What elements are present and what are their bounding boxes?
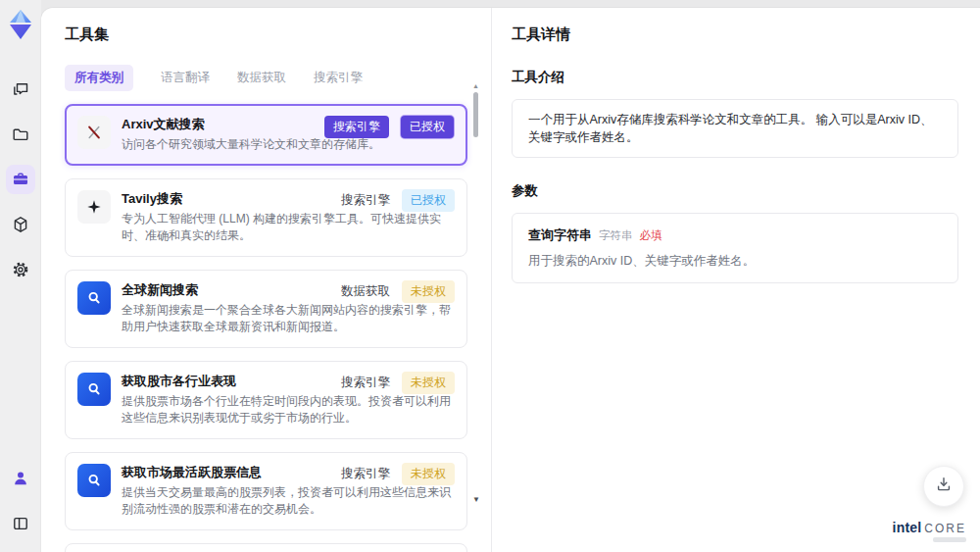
scroll-down-arrow[interactable]: ▼ bbox=[472, 496, 480, 504]
tool-card[interactable]: 获取市场最活跃股票信息 提供当天交易量最高的股票列表，投资者可以利用这些信息来识… bbox=[65, 452, 467, 530]
params-heading: 参数 bbox=[512, 182, 958, 200]
param-description: 用于搜索的Arxiv ID、关键字或作者姓名。 bbox=[528, 253, 942, 270]
brand-core-text: CORE bbox=[924, 522, 966, 535]
tool-category-badge: 数据获取 bbox=[341, 280, 390, 303]
tool-intro-text: 一个用于从Arxiv存储库搜索科学论文和文章的工具。 输入可以是Arxiv ID… bbox=[528, 113, 933, 144]
main-surface: 工具集 所有类别语言翻译数据获取搜索引擎 Arxiv文献搜索 访问各个研究领域大… bbox=[41, 8, 980, 552]
toolbox-icon bbox=[11, 170, 30, 189]
sidebar-item-tools[interactable] bbox=[6, 165, 35, 194]
download-icon bbox=[934, 475, 954, 498]
category-tab-0[interactable]: 所有类别 bbox=[65, 65, 133, 91]
param-name: 查询字符串 bbox=[528, 226, 592, 244]
sparkle-icon bbox=[77, 190, 111, 224]
arxiv-icon bbox=[77, 116, 111, 149]
tool-auth-badge: 已授权 bbox=[401, 116, 454, 138]
download-button[interactable] bbox=[923, 466, 964, 507]
tool-auth-badge: 未授权 bbox=[402, 463, 455, 485]
tools-pane: 工具集 所有类别语言翻译数据获取搜索引擎 Arxiv文献搜索 访问各个研究领域大… bbox=[41, 8, 492, 552]
tool-description: 提供股票市场各个行业在特定时间段内的表现。投资者可以利用这些信息来识别表现优于或… bbox=[122, 393, 453, 427]
sidebar-item-packages[interactable] bbox=[6, 210, 35, 239]
tool-card[interactable]: Tavily搜索 专为人工智能代理 (LLM) 构建的搜索引擎工具。可快速提供实… bbox=[65, 178, 467, 257]
chat-icon bbox=[11, 79, 30, 99]
tool-auth-badge: 已授权 bbox=[402, 189, 455, 212]
tool-list: Arxiv文献搜索 访问各个研究领域大量科学论文和文章的存储库。 搜索引擎 已授… bbox=[65, 104, 467, 552]
tool-auth-badge: 未授权 bbox=[402, 280, 455, 303]
param-type: 字符串 bbox=[599, 228, 633, 243]
param-head: 查询字符串 字符串 必填 bbox=[528, 226, 942, 244]
folder-icon bbox=[11, 125, 30, 144]
tool-badges: 搜索引擎 已授权 bbox=[341, 189, 455, 212]
category-tabs: 所有类别语言翻译数据获取搜索引擎 bbox=[65, 65, 467, 91]
tool-description: 全球新闻搜索是一个聚合全球各大新闻网站内容的搜索引擎，帮助用户快速获取全球最新资… bbox=[122, 302, 453, 336]
tool-badges: 搜索引擎 未授权 bbox=[341, 372, 455, 394]
panel-toggle-icon bbox=[11, 514, 30, 533]
tool-badges: 搜索引擎 已授权 bbox=[324, 116, 454, 138]
brand-intel-text: intel bbox=[893, 520, 922, 535]
sidebar-item-chat[interactable] bbox=[6, 75, 35, 104]
news-search-icon bbox=[77, 373, 111, 406]
sidebar-item-settings[interactable] bbox=[6, 255, 35, 284]
tool-category-badge: 搜索引擎 bbox=[341, 189, 390, 212]
gear-icon bbox=[11, 260, 30, 279]
tool-description: 专为人工智能代理 (LLM) 构建的搜索引擎工具。可快速提供实时、准确和真实的结… bbox=[122, 211, 453, 245]
detail-title: 工具详情 bbox=[512, 25, 958, 44]
intel-core-logo: intelCORE bbox=[893, 521, 966, 542]
news-search-icon bbox=[77, 281, 111, 315]
tool-category-badge: 搜索引擎 bbox=[324, 116, 389, 138]
tool-card[interactable]: Arxiv文献搜索 访问各个研究领域大量科学论文和文章的存储库。 搜索引擎 已授… bbox=[65, 104, 467, 166]
category-tab-3[interactable]: 搜索引擎 bbox=[314, 65, 363, 91]
scroll-up-arrow[interactable]: ▲ bbox=[472, 82, 479, 89]
category-tab-1[interactable]: 语言翻译 bbox=[161, 65, 210, 91]
app-window: 工具集 所有类别语言翻译数据获取搜索引擎 Arxiv文献搜索 访问各个研究领域大… bbox=[0, 0, 980, 552]
sidebar-item-files[interactable] bbox=[6, 120, 35, 149]
detail-pane: 工具详情 工具介绍 一个用于从Arxiv存储库搜索科学论文和文章的工具。 输入可… bbox=[492, 8, 980, 552]
tool-card[interactable]: 万维地区新闻查询 查询具体行政区划内的新闻，快速了解各地新闻动 搜索引擎 未授权 bbox=[65, 543, 467, 552]
tool-description: 提供当天交易量最高的股票列表，投资者可以利用这些信息来识别流动性强的股票和潜在的… bbox=[122, 484, 453, 519]
tool-description: 访问各个研究领域大量科学论文和文章的存储库。 bbox=[122, 136, 453, 154]
user-icon bbox=[11, 469, 30, 488]
tool-category-badge: 搜索引擎 bbox=[341, 463, 390, 485]
category-tab-2[interactable]: 数据获取 bbox=[237, 65, 286, 91]
tool-intro-box: 一个用于从Arxiv存储库搜索科学论文和文章的工具。 输入可以是Arxiv ID… bbox=[512, 99, 958, 158]
sidebar-item-collapse[interactable] bbox=[6, 509, 35, 538]
brand-subline bbox=[933, 537, 966, 542]
tool-auth-badge: 未授权 bbox=[402, 372, 455, 394]
package-icon bbox=[11, 215, 30, 234]
tool-category-badge: 搜索引擎 bbox=[341, 372, 390, 394]
scrollbar[interactable]: ▲ ▼ bbox=[472, 8, 479, 552]
scrollbar-thumb[interactable] bbox=[473, 92, 478, 137]
tool-badges: 数据获取 未授权 bbox=[341, 280, 455, 303]
tool-card[interactable]: 全球新闻搜索 全球新闻搜索是一个聚合全球各大新闻网站内容的搜索引擎，帮助用户快速… bbox=[65, 270, 467, 348]
news-search-icon bbox=[77, 464, 111, 497]
tool-card[interactable]: 获取股市各行业表现 提供股票市场各个行业在特定时间段内的表现。投资者可以利用这些… bbox=[65, 361, 467, 439]
page-title: 工具集 bbox=[65, 25, 467, 44]
sidebar-item-account[interactable] bbox=[6, 464, 35, 493]
sidebar-rail bbox=[0, 0, 41, 552]
app-logo-gem-icon[interactable] bbox=[6, 8, 35, 41]
intro-heading: 工具介绍 bbox=[512, 69, 958, 86]
param-required-badge: 必填 bbox=[640, 228, 662, 243]
tool-badges: 搜索引擎 未授权 bbox=[341, 463, 455, 485]
param-card: 查询字符串 字符串 必填 用于搜索的Arxiv ID、关键字或作者姓名。 bbox=[512, 213, 958, 283]
